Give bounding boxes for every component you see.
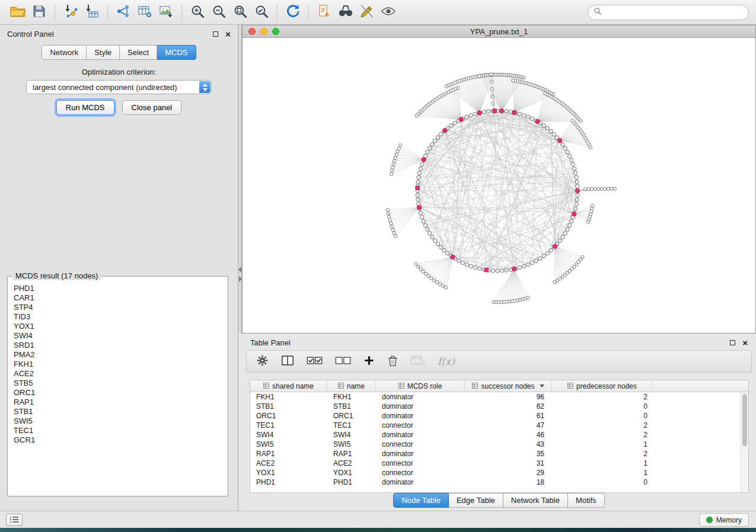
table-row[interactable]: ORC1ORC1dominator610 bbox=[250, 411, 741, 421]
mcds-result-item[interactable]: ACE2 bbox=[9, 369, 227, 379]
mcds-result-item[interactable]: STB5 bbox=[9, 379, 227, 388]
brush-icon bbox=[360, 4, 374, 20]
deselect-all-button[interactable] bbox=[335, 352, 351, 370]
mcds-result-item[interactable]: STP4 bbox=[9, 303, 227, 312]
mcds-result-item[interactable]: FKH1 bbox=[9, 360, 227, 369]
scrollbar-thumb[interactable] bbox=[742, 394, 747, 446]
import-network-icon bbox=[63, 4, 78, 20]
mcds-result-item[interactable]: PHD1 bbox=[9, 284, 227, 293]
tab-node-table[interactable]: Node Table bbox=[393, 493, 449, 508]
network-search-button[interactable] bbox=[335, 2, 356, 23]
table-row[interactable]: PHD1PHD1dominator180 bbox=[250, 477, 741, 487]
network-canvas[interactable] bbox=[243, 38, 755, 333]
mcds-result-item[interactable]: CAR1 bbox=[9, 293, 227, 303]
column-header-mcds-role[interactable]: MCDS role bbox=[376, 380, 465, 392]
style-brush-button[interactable] bbox=[356, 2, 378, 23]
column-header-successor-nodes[interactable]: successor nodes bbox=[465, 380, 552, 392]
zoom-fit-button[interactable] bbox=[229, 2, 251, 23]
float-panel-icon[interactable] bbox=[213, 31, 218, 37]
import-table-button[interactable] bbox=[81, 2, 103, 23]
run-mcds-button[interactable]: Run MCDS bbox=[56, 100, 114, 115]
column-header-name[interactable]: name bbox=[327, 380, 376, 392]
collapse-left-icon[interactable] bbox=[238, 267, 241, 273]
table-cell: 1 bbox=[552, 440, 653, 448]
tab-mcds[interactable]: MCDS bbox=[157, 45, 196, 60]
table-row[interactable]: TEC1TEC1connector472 bbox=[250, 421, 741, 430]
open-session-button[interactable] bbox=[7, 2, 28, 23]
table-row[interactable]: SWI4SWI4dominator462 bbox=[250, 430, 741, 440]
column-header-shared-name[interactable]: shared name bbox=[250, 380, 327, 392]
mcds-result-item[interactable]: TEC1 bbox=[9, 426, 227, 435]
add-column-button[interactable] bbox=[363, 352, 375, 370]
select-all-button[interactable] bbox=[307, 352, 323, 370]
table-scrollbar[interactable] bbox=[741, 392, 748, 492]
refresh-layout-button[interactable] bbox=[282, 2, 304, 23]
search-icon bbox=[594, 7, 602, 18]
export-image-button[interactable] bbox=[155, 2, 177, 23]
tab-style[interactable]: Style bbox=[87, 45, 120, 60]
table-row[interactable]: YOX1YOX1connector291 bbox=[250, 468, 741, 477]
control-panel: Control Panel × Network Style Select MCD… bbox=[0, 25, 238, 511]
zoom-out-icon bbox=[212, 4, 227, 21]
main-toolbar bbox=[0, 0, 756, 25]
minimize-window-icon[interactable] bbox=[260, 28, 267, 35]
delete-table-icon bbox=[411, 355, 425, 368]
save-session-button[interactable] bbox=[28, 2, 50, 23]
table-row[interactable]: FKH1FKH1dominator962 bbox=[250, 392, 741, 402]
table-row[interactable]: SWI5SWI5connector431 bbox=[250, 440, 741, 449]
mcds-result-item[interactable]: PMA2 bbox=[9, 350, 227, 360]
share-document-button[interactable] bbox=[314, 2, 335, 23]
mcds-result-item[interactable]: SWI4 bbox=[9, 331, 227, 341]
table-cell: YOX1 bbox=[327, 469, 376, 477]
tab-network-table[interactable]: Network Table bbox=[503, 493, 568, 508]
tab-select[interactable]: Select bbox=[120, 45, 157, 60]
column-header-predecessor-nodes[interactable]: predecessor nodes bbox=[552, 380, 653, 392]
zoom-selected-button[interactable] bbox=[251, 2, 272, 23]
close-panel-icon[interactable]: × bbox=[225, 31, 231, 37]
table-cell: dominator bbox=[376, 431, 465, 439]
image-icon bbox=[159, 4, 173, 20]
criterion-value: largest connected component (undirected) bbox=[33, 83, 177, 92]
close-window-icon[interactable] bbox=[248, 28, 256, 35]
import-network-button[interactable] bbox=[60, 2, 81, 23]
close-table-panel-icon[interactable]: × bbox=[742, 340, 748, 346]
show-columns-button[interactable] bbox=[281, 352, 294, 370]
maximize-window-icon[interactable] bbox=[272, 28, 279, 35]
mcds-result-item[interactable]: RAP1 bbox=[9, 398, 227, 407]
table-row[interactable]: STB1STB1dominator620 bbox=[250, 402, 741, 411]
search-input[interactable] bbox=[605, 8, 743, 17]
close-panel-button[interactable]: Close panel bbox=[122, 100, 182, 115]
zoom-in-button[interactable] bbox=[187, 2, 208, 23]
table-cell: ACE2 bbox=[250, 459, 327, 467]
mcds-result-item[interactable]: GCR1 bbox=[9, 435, 227, 445]
table-row[interactable]: ACE2ACE2connector311 bbox=[250, 459, 741, 468]
mcds-result-item[interactable]: YOX1 bbox=[9, 322, 227, 331]
criterion-select[interactable]: largest connected component (undirected) bbox=[26, 80, 212, 94]
delete-column-button[interactable] bbox=[387, 352, 398, 370]
network-table-button[interactable] bbox=[134, 2, 155, 23]
mcds-result-item[interactable]: STB1 bbox=[9, 407, 227, 416]
memory-button[interactable]: Memory bbox=[699, 513, 749, 527]
zoom-out-button[interactable] bbox=[208, 2, 229, 23]
show-hide-button[interactable] bbox=[378, 2, 399, 23]
mcds-result-title: MCDS result (17 nodes) bbox=[12, 271, 101, 280]
table-cell: 46 bbox=[465, 431, 552, 439]
table-row[interactable]: RAP1RAP1dominator352 bbox=[250, 449, 741, 459]
mcds-result-item[interactable]: TID3 bbox=[9, 312, 227, 322]
new-network-button[interactable] bbox=[113, 2, 134, 23]
mcds-result-item[interactable]: ORC1 bbox=[9, 388, 227, 398]
float-table-panel-icon[interactable] bbox=[730, 340, 735, 345]
tab-network[interactable]: Network bbox=[42, 45, 87, 60]
mcds-result-item[interactable]: SRD1 bbox=[9, 341, 227, 350]
network-window-titlebar[interactable]: YPA_prune.txt_1 bbox=[243, 25, 755, 38]
tab-motifs[interactable]: Motifs bbox=[568, 493, 605, 508]
table-settings-button[interactable] bbox=[256, 352, 269, 370]
table-cell: SWI5 bbox=[250, 440, 327, 448]
desktop-background-strip bbox=[0, 528, 756, 532]
delete-table-button-disabled bbox=[411, 352, 425, 370]
memory-status-icon bbox=[706, 517, 713, 523]
mcds-result-item[interactable]: SWI5 bbox=[9, 416, 227, 426]
tab-edge-table[interactable]: Edge Table bbox=[449, 493, 503, 508]
network-window-title: YPA_prune.txt_1 bbox=[243, 27, 755, 36]
task-history-button[interactable] bbox=[6, 514, 23, 526]
